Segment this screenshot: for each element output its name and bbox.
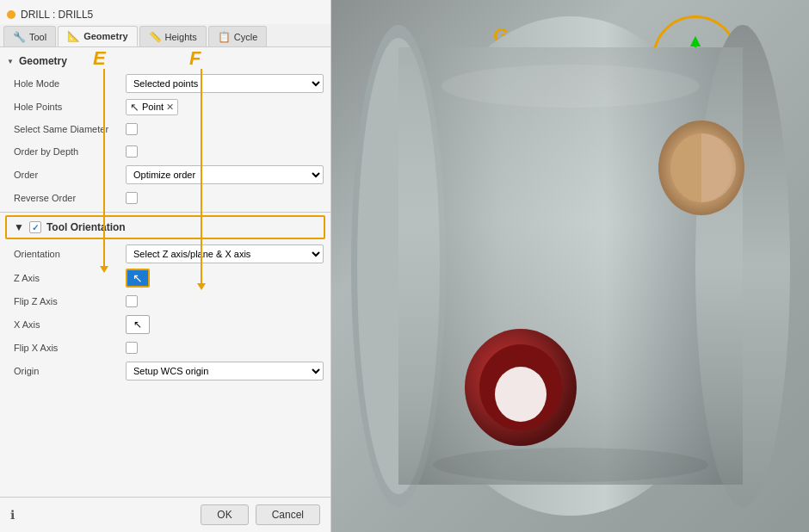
tab-tool-label: Tool <box>29 32 46 42</box>
tool-orientation-checkbox[interactable]: ✓ <box>29 221 41 233</box>
left-panel: E F DRILL : DRILL5 🔧 Tool 📐 Geometry 📏 H… <box>0 0 331 532</box>
hole-mode-row: Hole Mode Selected points All holes <box>0 71 330 96</box>
heights-icon: 📏 <box>149 31 162 43</box>
tab-heights[interactable]: 📏 Heights <box>139 26 207 46</box>
cylinder-svg <box>331 0 809 532</box>
order-depth-row: Order by Depth <box>0 140 330 163</box>
drill-title: DRILL : DRILL5 <box>0 5 330 24</box>
reverse-order-checkbox[interactable] <box>126 192 138 204</box>
flip-z-control <box>126 295 324 307</box>
reverse-order-label: Reverse Order <box>14 193 126 203</box>
order-control: Optimize order Manual <box>126 165 324 184</box>
same-diameter-label: Select Same Diameter <box>14 124 126 134</box>
same-diameter-row: Select Same Diameter <box>0 118 330 140</box>
tab-cycle[interactable]: 📋 Cycle <box>208 26 268 46</box>
reverse-order-control <box>126 192 324 204</box>
cancel-button[interactable]: Cancel <box>256 504 320 525</box>
z-axis-row: Z Axis ↖ <box>0 266 330 290</box>
geometry-triangle: ▼ <box>7 58 14 65</box>
origin-label: Origin <box>14 366 126 376</box>
tabs-row: 🔧 Tool 📐 Geometry 📏 Heights 📋 Cycle <box>0 24 330 47</box>
reverse-order-row: Reverse Order <box>0 187 330 209</box>
arrowhead-e <box>100 266 108 273</box>
panel-content: ▼ Geometry Hole Mode Selected points All… <box>0 47 330 497</box>
origin-row: Origin Setup WCS origin <box>0 359 330 383</box>
cycle-icon: 📋 <box>218 31 231 43</box>
annotation-f-label: F <box>189 47 201 70</box>
origin-control: Setup WCS origin <box>126 362 324 380</box>
x-axis-cursor-icon: ↖ <box>133 319 142 331</box>
tab-heights-label: Heights <box>165 32 197 42</box>
arrow-e-line <box>103 69 105 267</box>
order-label: Order <box>14 170 126 180</box>
x-axis-control: ↖ <box>126 315 324 334</box>
ok-button[interactable]: OK <box>201 504 248 525</box>
annotation-e-label: E <box>93 47 106 70</box>
flip-z-checkbox[interactable] <box>126 295 138 307</box>
geometry-section-header[interactable]: ▼ Geometry <box>0 51 330 71</box>
main-container: E F DRILL : DRILL5 🔧 Tool 📐 Geometry 📏 H… <box>0 0 809 532</box>
hole-mode-label: Hole Mode <box>14 78 126 89</box>
point-remove-icon[interactable]: ✕ <box>166 102 174 113</box>
z-axis-label: Z Axis <box>14 273 126 283</box>
point-cursor-icon: ↖ <box>130 101 139 114</box>
order-depth-label: Order by Depth <box>14 146 126 157</box>
tool-orientation-triangle: ▼ <box>14 221 24 233</box>
point-tag-label: Point <box>142 102 164 112</box>
orientation-select[interactable]: Select Z axis/plane & X axis <box>126 244 324 263</box>
arrow-f-line <box>201 69 202 284</box>
svg-point-17 <box>442 65 700 108</box>
tool-orientation-header[interactable]: ▼ ✓ Tool Orientation <box>5 215 325 239</box>
hole-points-label: Hole Points <box>14 102 126 112</box>
tab-tool[interactable]: 🔧 Tool <box>3 26 56 46</box>
origin-select[interactable]: Setup WCS origin <box>126 362 324 380</box>
z-axis-cursor-icon: ↖ <box>133 271 143 285</box>
drill-title-text: DRILL : DRILL5 <box>21 9 93 21</box>
tab-cycle-label: Cycle <box>234 32 258 42</box>
hole-mode-select[interactable]: Selected points All holes <box>126 74 324 93</box>
z-axis-button[interactable]: ↖ <box>126 269 150 288</box>
panel-footer: ℹ OK Cancel <box>0 497 330 532</box>
flip-z-row: Flip Z Axis <box>0 290 330 312</box>
drill-dot <box>7 10 15 19</box>
x-axis-button[interactable]: ↖ <box>126 315 150 334</box>
info-icon[interactable]: ℹ <box>10 508 15 522</box>
right-panel: G <box>331 0 809 532</box>
hole-points-tag-row: ↖ Point ✕ <box>126 99 178 115</box>
flip-x-label: Flip X Axis <box>14 343 126 353</box>
order-depth-control <box>126 145 324 158</box>
same-diameter-checkbox[interactable] <box>126 123 138 135</box>
svg-rect-11 <box>398 47 743 485</box>
orientation-control: Select Z axis/plane & X axis <box>126 244 324 263</box>
x-axis-label: X Axis <box>14 319 126 330</box>
flip-x-control <box>126 342 324 354</box>
tool-icon: 🔧 <box>13 31 26 43</box>
hole-mode-control: Selected points All holes <box>126 74 324 93</box>
tab-geometry-label: Geometry <box>83 31 127 41</box>
hole-points-row: Hole Points ↖ Point ✕ <box>0 96 330 118</box>
flip-x-row: Flip X Axis <box>0 337 330 359</box>
orientation-row: Orientation Select Z axis/plane & X axis <box>0 242 330 266</box>
orientation-label: Orientation <box>14 249 126 259</box>
geometry-header-text: Geometry <box>19 55 67 67</box>
order-row: Order Optimize order Manual <box>0 163 330 187</box>
flip-z-label: Flip Z Axis <box>14 296 126 306</box>
geometry-icon: 📐 <box>67 30 80 42</box>
z-axis-control: ↖ <box>126 269 324 288</box>
flip-x-checkbox[interactable] <box>126 342 138 354</box>
section-divider <box>0 212 330 213</box>
hole-points-control: ↖ Point ✕ <box>126 99 324 115</box>
order-select[interactable]: Optimize order Manual <box>126 165 324 184</box>
svg-point-16 <box>495 367 547 422</box>
tab-geometry[interactable]: 📐 Geometry <box>58 26 137 46</box>
tool-orientation-label: Tool Orientation <box>46 221 126 233</box>
x-axis-row: X Axis ↖ <box>0 312 330 337</box>
order-depth-checkbox[interactable] <box>126 145 138 158</box>
svg-point-18 <box>433 448 708 482</box>
point-tag: ↖ Point ✕ <box>126 99 178 115</box>
arrowhead-f <box>197 283 206 290</box>
same-diameter-control <box>126 123 324 135</box>
